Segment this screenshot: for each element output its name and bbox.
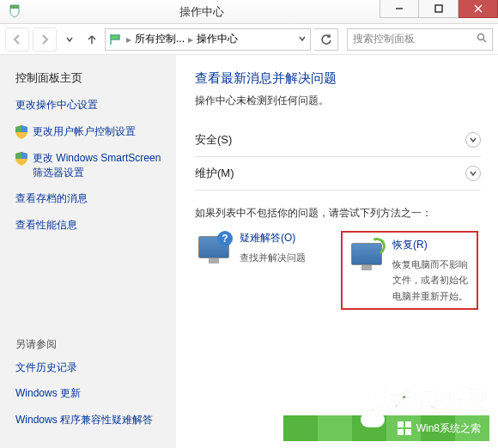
card-desc: 恢复电脑而不影响文件，或者初始化电脑并重新开始。	[392, 259, 468, 301]
breadcrumb-sep-icon: ▸	[126, 33, 131, 45]
up-button[interactable]	[82, 27, 101, 51]
history-dropdown-button[interactable]	[60, 27, 79, 51]
breadcrumb[interactable]: ▸ 所有控制... ▸ 操作中心	[105, 28, 311, 51]
minimize-button[interactable]	[380, 0, 419, 18]
see-also-link[interactable]: Windows 程序兼容性疑难解答	[15, 413, 164, 427]
chevron-down-icon	[465, 166, 481, 181]
back-button[interactable]	[5, 27, 29, 51]
window-buttons	[380, 0, 498, 23]
card-desc: 查找并解决问题	[240, 252, 306, 263]
section-security[interactable]: 安全(S)	[195, 124, 481, 157]
sidebar-header[interactable]: 控制面板主页	[15, 70, 164, 86]
sidebar: 控制面板主页 更改操作中心设置 更改用户帐户控制设置 更改 Windows Sm…	[0, 55, 176, 448]
shield-icon	[15, 152, 27, 166]
titlebar: 操作中心	[0, 0, 498, 24]
flag-icon	[109, 33, 123, 46]
card-link[interactable]: 恢复(R)	[392, 238, 471, 252]
navbar: ▸ 所有控制... ▸ 操作中心 搜索控制面板	[0, 24, 498, 55]
sidebar-link[interactable]: 查看存档的消息	[15, 191, 164, 206]
svg-point-4	[478, 34, 484, 40]
search-placeholder: 搜索控制面板	[353, 32, 415, 46]
main-panel: 查看最新消息并解决问题 操作中心未检测到任何问题。 安全(S) 维护(M) 如果…	[176, 55, 498, 448]
cards: ? 疑难解答(O) 查找并解决问题 恢复(R) 恢复电脑而不影响文件，或者初始化…	[195, 231, 481, 310]
chevron-down-icon	[465, 132, 481, 148]
svg-line-5	[483, 39, 486, 42]
see-also-link[interactable]: 文件历史记录	[15, 360, 164, 375]
link-label: 文件历史记录	[15, 360, 77, 375]
breadcrumb-item[interactable]: 所有控制...	[135, 32, 185, 46]
link-label: 查看存档的消息	[15, 191, 88, 206]
see-also-link[interactable]: Windows 更新	[15, 386, 164, 401]
shield-icon	[15, 125, 27, 139]
search-input[interactable]: 搜索控制面板	[347, 28, 493, 51]
card-troubleshoot[interactable]: ? 疑难解答(O) 查找并解决问题	[195, 231, 324, 310]
monitor-recovery-icon	[348, 238, 386, 275]
link-label: 更改 Windows SmartScreen 筛选器设置	[33, 151, 164, 180]
search-icon	[477, 33, 487, 45]
section-label: 安全(S)	[195, 132, 232, 148]
section-label: 维护(M)	[195, 166, 234, 181]
forward-button[interactable]	[33, 27, 57, 51]
link-label: 更改用户帐户控制设置	[33, 124, 136, 139]
sidebar-link[interactable]: 更改 Windows SmartScreen 筛选器设置	[15, 151, 164, 180]
sidebar-link[interactable]: 更改用户帐户控制设置	[15, 124, 164, 139]
card-link[interactable]: 疑难解答(O)	[240, 231, 306, 245]
link-label: 更改操作中心设置	[15, 98, 98, 112]
body: 控制面板主页 更改操作中心设置 更改用户帐户控制设置 更改 Windows Sm…	[0, 55, 498, 448]
section-maintenance[interactable]: 维护(M)	[195, 157, 481, 191]
link-label: 查看性能信息	[15, 218, 77, 233]
breadcrumb-dropdown-icon[interactable]	[298, 33, 307, 45]
link-label: Windows 程序兼容性疑难解答	[15, 413, 153, 427]
refresh-button[interactable]	[314, 28, 338, 51]
card-recovery[interactable]: 恢复(R) 恢复电脑而不影响文件，或者初始化电脑并重新开始。	[341, 231, 478, 310]
close-button[interactable]	[459, 0, 498, 18]
svg-rect-1	[435, 5, 442, 12]
maximize-button[interactable]	[419, 0, 459, 18]
hint-text: 如果列表中不包括你的问题，请尝试下列方法之一：	[195, 206, 481, 221]
breadcrumb-item[interactable]: 操作中心	[197, 32, 238, 46]
sidebar-link[interactable]: 更改操作中心设置	[15, 98, 164, 112]
window-title: 操作中心	[24, 4, 380, 20]
app-icon	[7, 3, 24, 21]
main-sub: 操作中心未检测到任何问题。	[195, 94, 481, 108]
sidebar-link[interactable]: 查看性能信息	[15, 218, 164, 233]
monitor-question-icon: ?	[195, 231, 233, 269]
breadcrumb-sep-icon: ▸	[188, 33, 193, 45]
main-heading: 查看最新消息并解决问题	[195, 70, 481, 87]
see-also-header: 另请参阅	[15, 337, 164, 352]
link-label: Windows 更新	[15, 386, 81, 401]
